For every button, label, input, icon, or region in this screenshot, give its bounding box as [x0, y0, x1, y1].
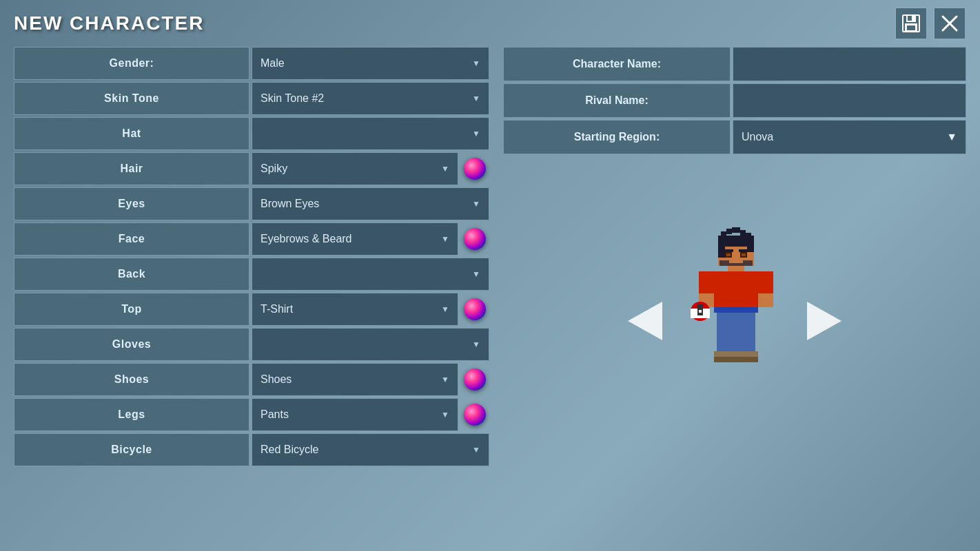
- svg-rect-23: [729, 260, 743, 263]
- left-panel: Gender:Male▼Skin ToneSkin Tone #2▼Hat▼Ha…: [14, 47, 489, 466]
- row-hair: HairSpiky▼: [14, 152, 489, 185]
- svg-rect-24: [728, 266, 744, 271]
- starting-region-select[interactable]: Unova ▼: [733, 120, 966, 154]
- close-icon: [940, 14, 959, 33]
- color-sphere-shoes: [464, 368, 486, 391]
- select-hair[interactable]: Spiky▼: [252, 152, 458, 185]
- select-legs[interactable]: Pants▼: [252, 398, 458, 431]
- row-top: TopT-Shirt▼: [14, 293, 489, 326]
- region-arrow-icon: ▼: [946, 131, 957, 143]
- svg-rect-4: [907, 25, 915, 30]
- select-value-bicycle: Red Bicycle: [261, 444, 318, 456]
- rival-name-label: Rival Name:: [503, 83, 731, 118]
- select-value-skin-tone: Skin Tone #2: [261, 92, 324, 105]
- color-sphere-top: [464, 298, 486, 320]
- select-gender[interactable]: Male▼: [252, 47, 489, 80]
- svg-rect-36: [717, 310, 736, 351]
- page-title: NEW CHARACTER: [14, 12, 204, 34]
- select-arrow-top-icon: ▼: [441, 304, 449, 314]
- select-value-eyes: Brown Eyes: [261, 198, 319, 210]
- select-arrow-skin-tone-icon: ▼: [472, 94, 480, 103]
- color-sphere-legs: [464, 404, 486, 426]
- row-legs: LegsPants▼: [14, 398, 489, 431]
- prev-arrow-icon: [628, 302, 662, 340]
- main-content: Gender:Male▼Skin ToneSkin Tone #2▼Hat▼Ha…: [0, 47, 980, 466]
- rival-name-input[interactable]: [733, 83, 966, 118]
- character-name-row: Character Name:: [503, 47, 966, 81]
- select-arrow-bicycle-icon: ▼: [472, 445, 480, 455]
- character-sprite: [666, 218, 804, 424]
- character-name-input[interactable]: [733, 47, 966, 81]
- svg-rect-8: [726, 229, 732, 234]
- select-arrow-hair-icon: ▼: [441, 164, 449, 174]
- color-btn-hair[interactable]: [460, 152, 489, 185]
- label-bicycle: Bicycle: [14, 433, 249, 466]
- svg-rect-19: [742, 253, 746, 256]
- select-top[interactable]: T-Shirt▼: [252, 293, 458, 326]
- color-sphere-hair: [464, 158, 486, 180]
- label-hair: Hair: [14, 152, 249, 185]
- select-back[interactable]: ▼: [252, 258, 489, 291]
- title-buttons: [895, 7, 966, 40]
- svg-rect-25: [714, 271, 758, 310]
- label-hat: Hat: [14, 117, 249, 150]
- title-bar: NEW CHARACTER: [0, 0, 980, 47]
- color-btn-shoes[interactable]: [460, 363, 489, 396]
- rival-name-row: Rival Name:: [503, 83, 966, 118]
- row-back: Back▼: [14, 258, 489, 291]
- select-value-face: Eyebrows & Beard: [261, 233, 352, 245]
- row-face: FaceEyebrows & Beard▼: [14, 222, 489, 256]
- color-btn-face[interactable]: [460, 222, 489, 256]
- svg-rect-42: [733, 357, 758, 362]
- next-arrow-icon: [807, 302, 841, 340]
- save-icon: [901, 14, 921, 33]
- select-face[interactable]: Eyebrows & Beard▼: [252, 222, 458, 256]
- select-skin-tone[interactable]: Skin Tone #2▼: [252, 82, 489, 115]
- select-bicycle[interactable]: Red Bicycle▼: [252, 433, 489, 466]
- color-sphere-face: [464, 228, 486, 250]
- select-arrow-gender-icon: ▼: [472, 59, 480, 68]
- character-name-label: Character Name:: [503, 47, 731, 81]
- svg-rect-2: [908, 16, 912, 21]
- row-gloves: Gloves▼: [14, 328, 489, 361]
- select-arrow-eyes-icon: ▼: [472, 199, 480, 209]
- svg-rect-14: [718, 236, 725, 258]
- svg-rect-38: [714, 307, 758, 313]
- svg-rect-20: [724, 249, 733, 252]
- next-character-button[interactable]: [804, 300, 845, 342]
- select-value-shoes: Shoes: [261, 373, 292, 386]
- info-section: Character Name: Rival Name: Starting Reg…: [503, 47, 966, 154]
- select-arrow-shoes-icon: ▼: [441, 375, 449, 384]
- select-hat[interactable]: ▼: [252, 117, 489, 150]
- select-value-top: T-Shirt: [261, 303, 293, 315]
- right-panel: Character Name: Rival Name: Starting Reg…: [503, 47, 966, 466]
- row-hat: Hat▼: [14, 117, 489, 150]
- label-legs: Legs: [14, 398, 249, 431]
- row-gender: Gender:Male▼: [14, 47, 489, 80]
- select-gloves[interactable]: ▼: [252, 328, 489, 361]
- label-gender: Gender:: [14, 47, 249, 80]
- row-skin-tone: Skin ToneSkin Tone #2▼: [14, 82, 489, 115]
- label-skin-tone: Skin Tone: [14, 82, 249, 115]
- close-button[interactable]: [933, 7, 966, 40]
- svg-rect-37: [736, 310, 755, 351]
- row-shoes: ShoesShoes▼: [14, 363, 489, 396]
- save-button[interactable]: [895, 7, 928, 40]
- row-bicycle: BicycleRed Bicycle▼: [14, 433, 489, 466]
- character-preview-area: [503, 175, 966, 466]
- color-btn-legs[interactable]: [460, 398, 489, 431]
- svg-rect-29: [758, 293, 773, 307]
- select-value-legs: Pants: [261, 408, 289, 421]
- label-back: Back: [14, 258, 249, 291]
- select-shoes[interactable]: Shoes▼: [252, 363, 458, 396]
- prev-character-button[interactable]: [624, 300, 666, 342]
- select-eyes[interactable]: Brown Eyes▼: [252, 187, 489, 220]
- svg-rect-10: [740, 230, 746, 236]
- select-arrow-legs-icon: ▼: [441, 410, 449, 419]
- svg-rect-35: [699, 310, 702, 313]
- svg-rect-21: [739, 249, 748, 252]
- select-value-gender: Male: [261, 57, 285, 70]
- label-gloves: Gloves: [14, 328, 249, 361]
- select-value-hair: Spiky: [261, 163, 287, 175]
- color-btn-top[interactable]: [460, 293, 489, 326]
